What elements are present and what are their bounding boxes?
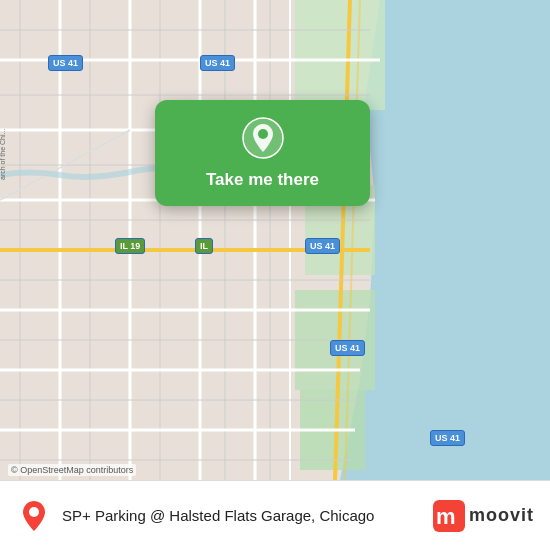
shield-us41-lower: US 41 bbox=[330, 340, 365, 356]
svg-rect-2 bbox=[295, 0, 385, 110]
take-me-there-label: Take me there bbox=[206, 170, 319, 190]
svg-line-33 bbox=[0, 130, 130, 200]
moovit-icon: m bbox=[433, 500, 465, 532]
svg-line-7 bbox=[345, 0, 360, 480]
shield-us41-top-left: US 41 bbox=[48, 55, 83, 71]
svg-point-36 bbox=[258, 129, 268, 139]
osm-credit: © OpenStreetMap contributors bbox=[8, 464, 136, 476]
location-title: SP+ Parking @ Halsted Flats Garage, Chic… bbox=[62, 507, 433, 524]
svg-text:arch of the Chi...: arch of the Chi... bbox=[0, 129, 6, 180]
shield-us41-bottom: US 41 bbox=[430, 430, 465, 446]
bottom-location-pin-icon bbox=[16, 498, 52, 534]
moovit-wordmark: moovit bbox=[469, 505, 534, 526]
location-pin-icon bbox=[241, 116, 285, 160]
moovit-logo: m moovit bbox=[433, 500, 534, 532]
map-svg: arch of the Chi... bbox=[0, 0, 550, 480]
map-container: arch of the Chi... US 41 US 41 IL 19 IL … bbox=[0, 0, 550, 480]
shield-us41-mid: US 41 bbox=[305, 238, 340, 254]
take-me-there-popup[interactable]: Take me there bbox=[155, 100, 370, 206]
svg-rect-5 bbox=[300, 390, 365, 470]
bottom-bar: SP+ Parking @ Halsted Flats Garage, Chic… bbox=[0, 480, 550, 550]
svg-marker-1 bbox=[340, 0, 550, 480]
shield-il19: IL 19 bbox=[115, 238, 145, 254]
svg-text:m: m bbox=[436, 504, 456, 529]
shield-us41-top-mid: US 41 bbox=[200, 55, 235, 71]
shield-il-mid: IL bbox=[195, 238, 213, 254]
svg-point-37 bbox=[29, 507, 39, 517]
svg-rect-0 bbox=[0, 0, 550, 480]
